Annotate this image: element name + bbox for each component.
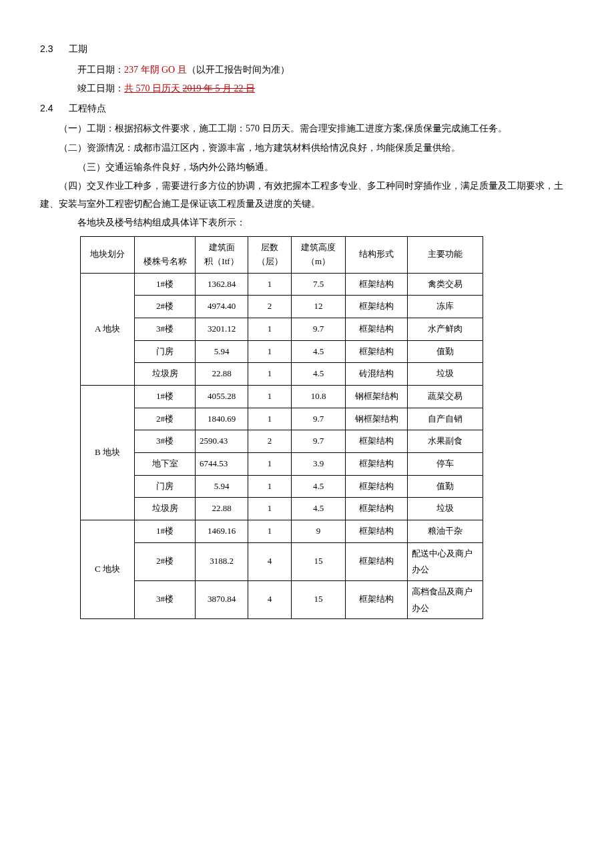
cell-floors: 4 xyxy=(248,580,292,618)
cell-struct: 钢框架结构 xyxy=(346,385,408,408)
cell-floors: 1 xyxy=(248,363,292,386)
cell-height: 9.7 xyxy=(292,318,346,340)
feature-para-2: （二）资源情况：成都市温江区内，资源丰富，地方建筑材料供给情况良好，均能保质足量… xyxy=(40,139,574,157)
table-row: 2#楼 1840.69 1 9.7 钢框架结构 自产自销 xyxy=(81,408,483,430)
th-floors-l1: 层数 xyxy=(261,242,278,252)
cell-func: 冻库 xyxy=(408,296,483,318)
cell-area: 3870.84 xyxy=(196,580,248,618)
end-date-days: 共 570 日历天 xyxy=(124,83,183,93)
th-area-l1: 建筑面 xyxy=(209,242,235,252)
table-intro: 各地块及楼号结构组成具体详下表所示： xyxy=(40,214,574,232)
structure-table: 地块划分 楼株号名称 建筑面 积（Itf） 层数 （层） 建筑高度 （m） 结构… xyxy=(80,236,483,619)
cell-height: 10.8 xyxy=(292,385,346,408)
cell-area: 4055.28 xyxy=(196,385,248,408)
cell-block-b: B 地块 xyxy=(81,385,135,520)
feature-para-3: （三）交通运输条件良好，场内外公路均畅通。 xyxy=(40,159,574,177)
cell-name: 垃圾房 xyxy=(135,363,196,386)
cell-block-c: C 地块 xyxy=(81,520,135,619)
cell-name: 2#楼 xyxy=(135,542,196,580)
cell-floors: 4 xyxy=(248,542,292,580)
th-floors-l2: （层） xyxy=(257,256,283,266)
cell-func: 高档食品及商户办公 xyxy=(408,580,483,618)
cell-struct: 框架结构 xyxy=(346,273,408,296)
th-height-l1: 建筑高度 xyxy=(301,242,336,252)
cell-floors: 1 xyxy=(248,385,292,408)
cell-name: 地下室 xyxy=(135,453,196,476)
cell-area: 5.94 xyxy=(196,475,248,498)
th-name: 楼株号名称 xyxy=(135,236,196,273)
cell-area: 6744.53 xyxy=(196,453,248,476)
cell-area: 22.88 xyxy=(196,363,248,386)
table-row: 3#楼 3201.12 1 9.7 框架结构 水产鲜肉 xyxy=(81,318,483,340)
cell-name: 2#楼 xyxy=(135,296,196,318)
section-2-3-number: 2.3 xyxy=(40,43,53,54)
cell-func: 粮油干杂 xyxy=(408,520,483,543)
cell-name: 1#楼 xyxy=(135,520,196,543)
cell-height: 4.5 xyxy=(292,475,346,498)
table-row: 3#楼 2590.43 2 9.7 框架结构 水果副食 xyxy=(81,430,483,453)
cell-area: 4974.40 xyxy=(196,296,248,318)
cell-floors: 1 xyxy=(248,520,292,543)
section-2-4-heading: 2.4 工程特点 xyxy=(40,99,574,118)
cell-floors: 2 xyxy=(248,296,292,318)
th-struct: 结构形式 xyxy=(346,236,408,273)
start-date-value: 237 年阴 GO 且 xyxy=(124,65,187,75)
cell-struct: 砖混结构 xyxy=(346,363,408,386)
cell-floors: 1 xyxy=(248,453,292,476)
cell-height: 9 xyxy=(292,520,346,543)
cell-area: 1362.84 xyxy=(196,273,248,296)
th-func: 主要功能 xyxy=(408,236,483,273)
cell-struct: 框架结构 xyxy=(346,520,408,543)
th-block: 地块划分 xyxy=(81,236,135,273)
cell-struct: 框架结构 xyxy=(346,498,408,520)
cell-floors: 2 xyxy=(248,430,292,453)
table-row: 地下室 6744.53 1 3.9 框架结构 停车 xyxy=(81,453,483,476)
th-height-l2: （m） xyxy=(306,256,330,266)
cell-height: 4.5 xyxy=(292,363,346,386)
cell-area: 1840.69 xyxy=(196,408,248,430)
section-2-4-number: 2.4 xyxy=(40,103,53,113)
end-date-line: 竣工日期：共 570 日历天 2019 年 5 月 22 日 xyxy=(40,80,574,98)
cell-name: 3#楼 xyxy=(135,580,196,618)
cell-func: 水果副食 xyxy=(408,430,483,453)
table-row: 门房 5.94 1 4.5 框架结构 值勤 xyxy=(81,475,483,498)
table-row: C 地块 1#楼 1469.16 1 9 框架结构 粮油干杂 xyxy=(81,520,483,543)
cell-floors: 1 xyxy=(248,318,292,340)
end-date-struck: 2019 年 5 月 22 日 xyxy=(183,83,256,93)
cell-struct: 钢框架结构 xyxy=(346,408,408,430)
cell-name: 3#楼 xyxy=(135,318,196,340)
th-area: 建筑面 积（Itf） xyxy=(196,236,248,273)
cell-floors: 1 xyxy=(248,475,292,498)
cell-height: 9.7 xyxy=(292,430,346,453)
table-row: 2#楼 4974.40 2 12 框架结构 冻库 xyxy=(81,296,483,318)
cell-struct: 框架结构 xyxy=(346,580,408,618)
cell-area: 3201.12 xyxy=(196,318,248,340)
cell-height: 15 xyxy=(292,580,346,618)
cell-block-a: A 地块 xyxy=(81,273,135,385)
cell-func: 禽类交易 xyxy=(408,273,483,296)
cell-height: 15 xyxy=(292,542,346,580)
cell-area: 1469.16 xyxy=(196,520,248,543)
cell-struct: 框架结构 xyxy=(346,542,408,580)
section-2-4-title: 工程特点 xyxy=(69,103,106,113)
th-floors: 层数 （层） xyxy=(248,236,292,273)
table-row: 2#楼 3188.2 4 15 框架结构 配送中心及商户办公 xyxy=(81,542,483,580)
cell-floors: 1 xyxy=(248,498,292,520)
cell-func: 值勤 xyxy=(408,475,483,498)
cell-area: 2590.43 xyxy=(196,430,248,453)
cell-func: 蔬菜交易 xyxy=(408,385,483,408)
cell-height: 4.5 xyxy=(292,340,346,363)
cell-name: 1#楼 xyxy=(135,273,196,296)
feature-para-4: （四）交叉作业工种多，需要进行多方位的协调，有效把握本工程多专业、多工种同时穿插… xyxy=(40,177,574,213)
cell-name: 门房 xyxy=(135,475,196,498)
cell-area: 3188.2 xyxy=(196,542,248,580)
cell-func: 垃圾 xyxy=(408,498,483,520)
cell-height: 3.9 xyxy=(292,453,346,476)
cell-func: 水产鲜肉 xyxy=(408,318,483,340)
cell-func: 停车 xyxy=(408,453,483,476)
cell-struct: 框架结构 xyxy=(346,296,408,318)
start-date-line: 开工日期：237 年阴 GO 且（以开工报告时间为准） xyxy=(40,61,574,79)
cell-struct: 框架结构 xyxy=(346,318,408,340)
cell-func: 配送中心及商户办公 xyxy=(408,542,483,580)
cell-floors: 1 xyxy=(248,273,292,296)
